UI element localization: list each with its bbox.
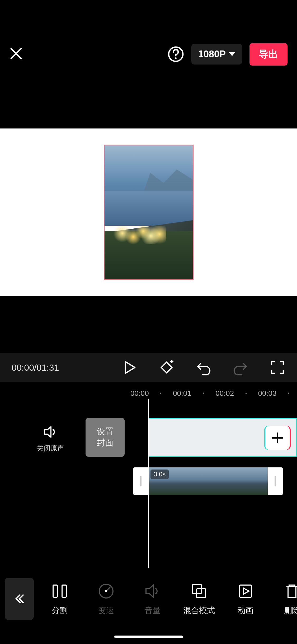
chevron-down-icon [229, 52, 235, 56]
chevron-left-icon [13, 592, 26, 605]
play-icon [122, 360, 138, 375]
anim-icon [236, 582, 255, 600]
export-button[interactable]: 导出 [249, 43, 287, 66]
add-clip-button[interactable] [265, 426, 290, 450]
ruler-dot [246, 393, 247, 394]
tool-blend[interactable]: 混合模式 [176, 582, 222, 616]
preview-canvas[interactable] [0, 128, 297, 296]
tool-label: 动画 [238, 605, 253, 616]
svg-point-12 [105, 590, 107, 592]
speaker-icon [43, 425, 58, 439]
clip-handle-left[interactable] [133, 467, 148, 495]
fullscreen-button[interactable] [270, 360, 285, 375]
tool-label: 混合模式 [183, 605, 215, 616]
tool-anim[interactable]: 动画 [222, 582, 269, 616]
fullscreen-icon [270, 360, 285, 375]
set-cover-button[interactable]: 设置 封面 [86, 418, 125, 457]
plus-icon [270, 430, 285, 445]
timeline-ruler[interactable]: 00:00 00:01 00:02 00:03 [0, 386, 297, 401]
help-button[interactable] [168, 46, 184, 62]
ruler-mark: 00:03 [254, 389, 280, 398]
close-icon [10, 47, 23, 60]
ruler-mark: 00:00 [127, 389, 152, 398]
tool-delete[interactable]: 删除 [269, 582, 297, 616]
tool-speed: 变速 [83, 582, 129, 616]
keyframe-icon [159, 360, 175, 375]
undo-icon [196, 360, 211, 375]
redo-icon [233, 360, 248, 375]
toolbar-back-button[interactable] [5, 578, 34, 620]
preview-frame[interactable] [104, 145, 194, 280]
tool-label: 删除 [284, 605, 297, 616]
ruler-dot [203, 393, 204, 394]
svg-rect-10 [62, 585, 66, 597]
tool-split[interactable]: 分割 [36, 582, 83, 616]
ruler-mark: 00:02 [212, 389, 238, 398]
playhead[interactable] [148, 399, 149, 568]
volume-icon [143, 582, 162, 600]
svg-point-3 [175, 57, 177, 59]
keyframe-button[interactable] [159, 360, 175, 375]
pip-clip-duration: 3.0s [150, 470, 169, 479]
ruler-mark: 00:01 [169, 389, 195, 398]
svg-rect-9 [53, 585, 57, 597]
mute-original-audio[interactable]: 关闭原声 [28, 425, 73, 453]
undo-button[interactable] [196, 360, 211, 375]
transport-bar: 00:00/01:31 [0, 353, 297, 382]
clip-handle-right[interactable] [268, 467, 283, 495]
play-button[interactable] [122, 360, 138, 375]
resolution-value: 1080P [198, 49, 226, 60]
mute-label: 关闭原声 [28, 444, 73, 453]
tool-label: 分割 [52, 605, 68, 616]
tool-volume: 音量 [129, 582, 176, 616]
blend-icon [190, 582, 208, 600]
home-indicator[interactable] [114, 636, 183, 638]
tool-label: 变速 [98, 605, 114, 616]
bottom-toolbar: 分割变速音量混合模式动画删除 [0, 574, 297, 624]
time-readout: 00:00/01:31 [12, 362, 59, 373]
pip-clip[interactable]: 3.0s [133, 467, 283, 495]
redo-button [233, 360, 248, 375]
svg-marker-4 [125, 362, 135, 373]
pip-clip-thumbnails[interactable]: 3.0s [148, 467, 268, 495]
help-icon [168, 46, 184, 62]
split-icon [50, 582, 69, 600]
top-bar: 1080P 导出 [0, 40, 297, 69]
resolution-selector[interactable]: 1080P [191, 44, 242, 65]
tool-label: 音量 [145, 605, 161, 616]
delete-icon [283, 582, 297, 600]
export-label: 导出 [259, 49, 278, 59]
svg-marker-16 [244, 588, 249, 594]
ruler-dot [288, 393, 289, 394]
tool-strip[interactable]: 分割变速音量混合模式动画删除 [36, 582, 297, 616]
speed-icon [97, 582, 115, 600]
ruler-dot [160, 393, 161, 394]
close-button[interactable] [10, 47, 23, 61]
